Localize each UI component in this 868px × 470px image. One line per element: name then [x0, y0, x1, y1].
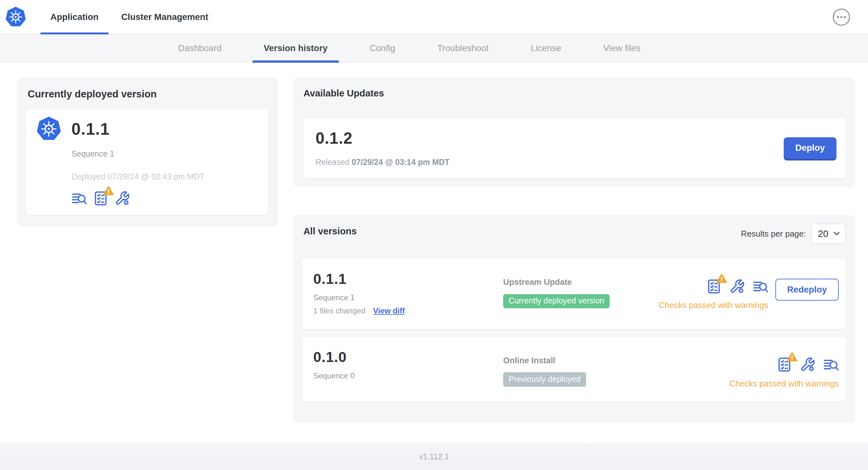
tab-license-label: License: [531, 43, 561, 54]
ellipsis-icon: [832, 8, 851, 27]
edit-config-button[interactable]: [800, 357, 815, 372]
overflow-menu-button[interactable]: [832, 8, 851, 27]
source-label: Upstream Update: [503, 277, 659, 287]
checks-block: Checks passed with warnings: [729, 357, 839, 388]
version-row-0-1-1: 0.1.1 Sequence 1 1 files changed View di…: [302, 259, 846, 329]
files-changed-line: 1 files changed View diff: [313, 306, 503, 315]
warning-triangle-icon: [786, 351, 798, 362]
tab-dashboard-label: Dashboard: [178, 43, 222, 54]
app-sub-nav: Dashboard Version history Config Trouble…: [0, 34, 868, 63]
update-version-number: 0.1.2: [316, 129, 784, 147]
files-changed-label: 1 files changed: [313, 306, 366, 315]
deployed-status-badge: Previously deployed: [503, 372, 586, 387]
tab-config[interactable]: Config: [359, 34, 406, 62]
right-column: Available Updates 0.1.2 Released 07/29/2…: [293, 77, 855, 423]
available-updates-title: Available Updates: [303, 88, 846, 99]
tab-cluster-management-label: Cluster Management: [121, 12, 209, 22]
chevron-down-icon: [833, 231, 840, 236]
preflight-checks-button[interactable]: [706, 279, 722, 294]
deploy-logs-button[interactable]: [71, 191, 87, 206]
version-row-info: 0.1.0 Sequence 0: [313, 349, 503, 388]
preflight-checks-button[interactable]: [93, 191, 108, 206]
deployed-version-actions: [71, 191, 257, 206]
deployed-status-badge: Currently deployed version: [503, 294, 610, 308]
source-label: Online Install: [503, 356, 729, 365]
row-version-number: 0.1.1: [313, 271, 503, 287]
deploy-button[interactable]: Deploy: [784, 137, 836, 159]
edit-config-button[interactable]: [729, 279, 745, 294]
kubernetes-logo-icon: [5, 7, 26, 27]
tab-view-files-label: View files: [603, 43, 641, 54]
current-version-sequence: Sequence 1: [71, 149, 257, 159]
top-nav-bar: Application Cluster Management: [0, 0, 868, 34]
active-subtab-underline: [253, 61, 339, 63]
tab-cluster-management[interactable]: Cluster Management: [111, 0, 218, 34]
tab-troubleshoot-label: Troubleshoot: [437, 43, 489, 54]
all-versions-header: All versions Results per page: 20: [302, 224, 846, 244]
results-per-page-value: 20: [818, 229, 829, 239]
tab-license[interactable]: License: [520, 34, 572, 62]
warning-triangle-icon: [716, 273, 727, 284]
active-tab-underline: [40, 32, 109, 35]
config-wrench-icon: [115, 191, 130, 206]
results-per-page: Results per page: 20: [741, 224, 846, 244]
warning-triangle-icon: [103, 185, 114, 196]
tab-config-label: Config: [370, 43, 395, 54]
tab-version-history[interactable]: Version history: [253, 34, 339, 62]
row-sequence: Sequence 1: [313, 293, 503, 302]
diff-logs-icon: [71, 191, 87, 206]
update-released-line: Released 07/29/24 @ 03:14 pm MDT: [316, 158, 784, 167]
currently-deployed-title: Currently deployed version: [28, 89, 267, 100]
preflight-checks-button[interactable]: [777, 357, 792, 372]
tab-dashboard[interactable]: Dashboard: [167, 34, 232, 62]
deploy-logs-button[interactable]: [753, 279, 768, 294]
version-row-info: 0.1.1 Sequence 1 1 files changed View di…: [313, 271, 503, 316]
deployed-timestamp: Deployed 07/29/24 @ 02:43 pm MDT: [71, 172, 257, 181]
redeploy-button[interactable]: Redeploy: [775, 279, 839, 301]
tab-troubleshoot[interactable]: Troubleshoot: [426, 34, 500, 62]
update-info: 0.1.2 Released 07/29/24 @ 03:14 pm MDT: [316, 129, 784, 167]
deployed-version-card: 0.1.1 Sequence 1 Deployed 07/29/24 @ 02:…: [26, 110, 268, 215]
tab-version-history-label: Version history: [264, 43, 328, 54]
row-action-icons: [706, 279, 768, 294]
available-updates-panel: Available Updates 0.1.2 Released 07/29/2…: [293, 77, 855, 188]
edit-config-button[interactable]: [115, 191, 130, 206]
version-row-actions: Checks passed with warnings: [729, 357, 839, 388]
checks-block: Checks passed with warnings: [659, 279, 768, 310]
currently-deployed-panel: Currently deployed version 0.1.1 Sequenc…: [17, 77, 279, 227]
top-tabs: Application Cluster Management: [40, 0, 221, 34]
diff-logs-icon: [753, 279, 768, 294]
kubernetes-app-icon: [37, 117, 61, 141]
version-row-source: Online Install Previously deployed: [503, 349, 729, 388]
all-versions-panel: All versions Results per page: 20 0.1.1 …: [293, 215, 855, 423]
row-version-number: 0.1.0: [313, 349, 503, 365]
view-diff-link[interactable]: View diff: [373, 306, 405, 315]
current-version-number: 0.1.1: [71, 119, 110, 139]
config-wrench-icon: [729, 279, 745, 294]
checks-status-text: Checks passed with warnings: [729, 379, 839, 388]
version-row-actions: Checks passed with warnings Redeploy: [659, 279, 839, 316]
all-versions-title: All versions: [303, 226, 357, 237]
available-update-card: 0.1.2 Released 07/29/24 @ 03:14 pm MDT D…: [303, 118, 846, 178]
version-row-0-1-0: 0.1.0 Sequence 0 Online Install Previous…: [302, 337, 846, 402]
diff-logs-icon: [823, 357, 839, 372]
results-per-page-select[interactable]: 20: [811, 224, 846, 244]
main-content: Currently deployed version 0.1.1 Sequenc…: [0, 62, 868, 443]
results-per-page-label: Results per page:: [741, 229, 806, 239]
deployed-version-details: Sequence 1 Deployed 07/29/24 @ 02:43 pm …: [71, 149, 257, 206]
row-sequence: Sequence 0: [313, 371, 503, 380]
tab-application[interactable]: Application: [40, 0, 109, 34]
version-row-source: Upstream Update Currently deployed versi…: [503, 271, 659, 316]
tab-application-label: Application: [51, 12, 99, 22]
deployed-version-header: 0.1.1: [37, 117, 258, 141]
console-version-label: v1.112.1: [419, 452, 449, 461]
config-wrench-icon: [800, 357, 815, 372]
released-timestamp: 07/29/24 @ 03:14 pm MDT: [352, 158, 450, 167]
tab-view-files[interactable]: View files: [592, 34, 652, 62]
page-footer: v1.112.1: [0, 443, 868, 470]
deploy-logs-button[interactable]: [823, 357, 839, 372]
row-action-icons: [777, 357, 839, 372]
checks-status-text: Checks passed with warnings: [659, 301, 768, 310]
released-prefix: Released: [316, 158, 349, 167]
